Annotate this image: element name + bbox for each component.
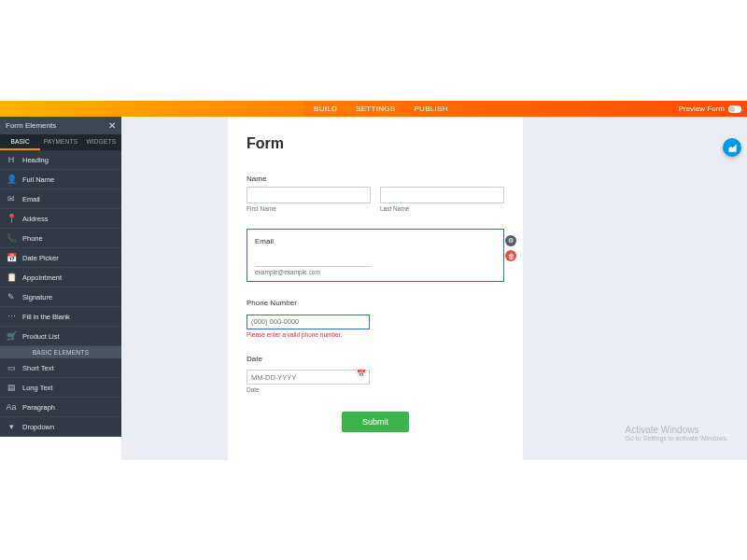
element-item-5-icon: 📅 — [6, 253, 17, 262]
element-item-4-icon: 📞 — [6, 233, 17, 243]
email-hint: example@example.com — [255, 269, 496, 275]
date-label: Date — [247, 355, 504, 363]
panel-close-icon[interactable]: ✕ — [108, 120, 116, 131]
element-item-3[interactable]: 📍Address — [0, 209, 121, 229]
element-item-1-icon: 👤 — [6, 175, 17, 184]
element-item-1[interactable]: 👤Full Name — [0, 170, 121, 189]
date-sublabel: Date — [247, 386, 504, 393]
name-field[interactable]: Name First Name Last Name — [247, 175, 504, 212]
element-item-3-label: Address — [22, 215, 49, 223]
email-field-selected[interactable]: Email example@example.com ⚙ 🗑 — [247, 229, 504, 282]
basic-element-item-0-icon: ▭ — [6, 363, 17, 372]
element-item-2-label: Email — [22, 195, 40, 203]
element-item-8-icon: ⋯ — [6, 312, 17, 321]
panel-tab-widgets[interactable]: WIDGETS — [81, 134, 121, 150]
panel-tab-basic[interactable]: BASIC — [0, 134, 40, 150]
field-settings-icon[interactable]: ⚙ — [505, 235, 516, 246]
first-name-sublabel: First Name — [247, 205, 371, 212]
element-item-9[interactable]: 🛒Product List — [0, 327, 121, 346]
preview-toggle[interactable] — [728, 105, 741, 113]
email-label: Email — [255, 237, 496, 245]
field-delete-icon[interactable]: 🗑 — [505, 250, 516, 261]
email-input[interactable] — [255, 254, 371, 267]
element-item-0[interactable]: HHeading — [0, 150, 121, 170]
last-name-sublabel: Last Name — [380, 205, 504, 212]
element-item-4-label: Phone — [22, 234, 43, 243]
preview-form-label: Preview Form — [679, 105, 725, 113]
submit-button[interactable]: Submit — [342, 412, 409, 432]
basic-element-item-2[interactable]: AaParagraph — [0, 398, 121, 417]
element-item-6-label: Appointment — [22, 273, 62, 282]
element-item-0-icon: H — [6, 155, 17, 164]
basic-element-item-0[interactable]: ▭Short Text — [0, 358, 121, 378]
element-item-7-label: Signature — [22, 293, 52, 301]
element-item-7[interactable]: ✎Signature — [0, 287, 121, 307]
basic-element-item-3[interactable]: ▾Dropdown — [0, 417, 121, 437]
basic-element-item-3-icon: ▾ — [6, 422, 17, 431]
element-item-5-label: Date Picker — [22, 254, 59, 262]
basic-element-item-1-label: Long Text — [22, 384, 52, 392]
date-field[interactable]: Date 📅 Date — [247, 355, 504, 394]
basic-element-item-2-icon: Aa — [6, 402, 17, 412]
section-basic-elements: BASIC ELEMENTS — [0, 346, 121, 358]
basic-element-item-0-label: Short Text — [22, 364, 54, 372]
date-input[interactable] — [247, 370, 370, 385]
form-elements-panel: Form Elements ✕ BASIC PAYMENTS WIDGETS H… — [0, 117, 121, 437]
phone-error: Please enter a valid phone number. — [247, 331, 504, 338]
element-item-6[interactable]: 📋Appointment — [0, 268, 121, 287]
tab-build[interactable]: BUILD — [304, 101, 346, 117]
element-item-3-icon: 📍 — [6, 214, 17, 223]
element-item-2-icon: ✉ — [6, 194, 17, 203]
name-label: Name — [247, 175, 504, 183]
panel-title: Form Elements — [6, 121, 56, 130]
element-item-1-label: Full Name — [22, 175, 54, 184]
element-item-7-icon: ✎ — [6, 292, 17, 301]
element-item-5[interactable]: 📅Date Picker — [0, 248, 121, 268]
top-toolbar: BUILD SETTINGS PUBLISH Preview Form — [0, 101, 747, 117]
element-item-4[interactable]: 📞Phone — [0, 229, 121, 248]
element-item-9-label: Product List — [22, 332, 60, 341]
element-item-6-icon: 📋 — [6, 273, 17, 282]
basic-element-item-2-label: Paragraph — [22, 403, 55, 412]
element-item-0-label: Heading — [22, 156, 49, 164]
calendar-icon[interactable]: 📅 — [357, 370, 366, 378]
phone-input[interactable] — [247, 315, 370, 329]
phone-field[interactable]: Phone Number Please enter a valid phone … — [247, 299, 504, 338]
element-item-8[interactable]: ⋯Fill in the Blank — [0, 307, 121, 327]
form-card: Form Name First Name Last Name Email exa… — [228, 117, 523, 460]
panel-tab-payments[interactable]: PAYMENTS — [40, 134, 80, 150]
element-item-2[interactable]: ✉Email — [0, 189, 121, 209]
basic-element-item-1[interactable]: ▤Long Text — [0, 378, 121, 398]
tab-settings[interactable]: SETTINGS — [346, 101, 404, 117]
phone-label: Phone Number — [247, 299, 504, 307]
form-title[interactable]: Form — [247, 135, 504, 152]
tab-publish[interactable]: PUBLISH — [404, 101, 457, 117]
basic-element-item-3-label: Dropdown — [22, 423, 54, 431]
element-item-8-label: Fill in the Blank — [22, 313, 70, 321]
first-name-input[interactable] — [247, 187, 371, 203]
element-item-9-icon: 🛒 — [6, 331, 17, 341]
last-name-input[interactable] — [380, 187, 504, 203]
help-fab-icon[interactable] — [723, 138, 741, 157]
form-canvas: Form Name First Name Last Name Email exa… — [121, 117, 747, 460]
basic-element-item-1-icon: ▤ — [6, 383, 17, 392]
